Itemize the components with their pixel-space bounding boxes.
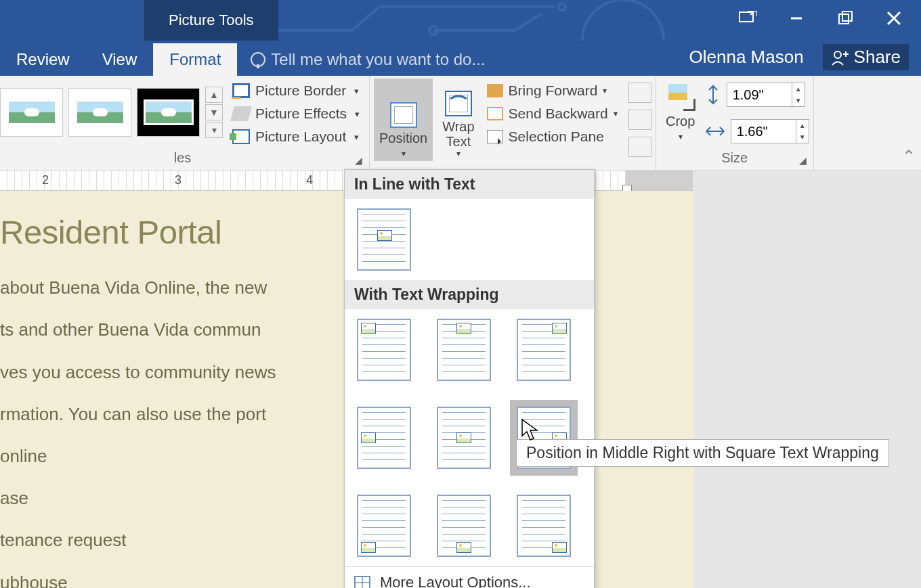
width-icon: [705, 123, 725, 139]
more-layout-label: More Layout Options...: [380, 574, 531, 588]
position-bottom-left[interactable]: [357, 495, 411, 557]
tell-me-search[interactable]: Tell me what you want to do...: [251, 50, 485, 76]
group-picture-styles: ▲ ▼ ▾ Picture Border ▾ Picture Effects ▾: [0, 76, 370, 170]
send-backward-label: Send Backward: [509, 106, 608, 122]
picture-styles-gallery[interactable]: ▲ ▼ ▾: [0, 78, 223, 146]
height-field[interactable]: ▲▼: [705, 83, 809, 107]
position-bottom-right[interactable]: [517, 495, 571, 557]
chevron-down-icon: ▾: [679, 132, 683, 141]
position-inline-item[interactable]: [357, 208, 411, 271]
tab-view[interactable]: View: [86, 43, 154, 76]
position-top-left[interactable]: [357, 319, 411, 381]
gallery-down-button[interactable]: ▼: [205, 104, 223, 120]
ribbon-display-options-icon[interactable]: [735, 11, 760, 30]
user-name[interactable]: Olenna Mason: [689, 47, 804, 68]
spin-up-button[interactable]: ▲: [796, 120, 809, 131]
lightbulb-icon: [251, 52, 265, 67]
ruler-number: 2: [42, 173, 49, 187]
bring-forward-icon: [487, 84, 503, 97]
group-label-styles: les◢: [0, 149, 365, 167]
picture-layout-icon: [232, 129, 250, 144]
spin-down-button[interactable]: ▼: [796, 131, 809, 143]
svg-point-8: [834, 51, 841, 58]
tell-me-placeholder: Tell me what you want to do...: [271, 50, 485, 69]
position-label: Position: [379, 131, 427, 146]
crop-icon: [666, 81, 695, 111]
svg-point-1: [559, 3, 565, 10]
wrap-text-label: Wrap Text: [442, 119, 474, 149]
ruler-number: 3: [175, 173, 181, 187]
chevron-down-icon: ▾: [355, 109, 360, 119]
tooltip: Position in Middle Right with Square Tex…: [516, 439, 889, 467]
picture-style-item[interactable]: [0, 88, 63, 137]
picture-layout-label: Picture Layout: [255, 129, 346, 145]
dropdown-header-wrap: With Text Wrapping: [345, 280, 594, 309]
selection-pane-icon: [487, 130, 503, 143]
minimize-button[interactable]: [784, 10, 809, 30]
crop-button[interactable]: Crop ▾: [660, 78, 701, 144]
spin-down-button[interactable]: ▼: [792, 95, 805, 106]
send-backward-icon: [487, 107, 503, 120]
picture-layout-button[interactable]: Picture Layout ▾: [227, 127, 365, 146]
share-label: Share: [854, 47, 901, 68]
more-layout-options[interactable]: More Layout Options...: [345, 566, 594, 588]
picture-effects-icon: [230, 106, 252, 121]
spin-up-button[interactable]: ▲: [792, 83, 805, 95]
chevron-down-icon: ▾: [456, 149, 460, 158]
group-button[interactable]: [628, 110, 651, 130]
svg-rect-5: [842, 12, 852, 21]
height-input[interactable]: [727, 87, 792, 103]
picture-style-item[interactable]: [137, 88, 200, 137]
tab-review[interactable]: Review: [0, 43, 86, 76]
picture-effects-label: Picture Effects: [255, 106, 347, 122]
position-top-center[interactable]: [437, 319, 491, 381]
dialog-launcher-icon[interactable]: ◢: [799, 155, 807, 166]
selection-pane-button[interactable]: Selection Pane: [484, 127, 624, 146]
group-label-arrange: [374, 164, 651, 167]
rotate-button[interactable]: [628, 137, 651, 157]
svg-point-0: [429, 26, 437, 35]
close-button[interactable]: [882, 9, 906, 31]
chevron-down-icon: ▾: [614, 109, 618, 118]
tab-format[interactable]: Format: [153, 43, 237, 76]
picture-effects-button[interactable]: Picture Effects ▾: [227, 104, 365, 123]
ribbon-tabs: Review View Format Tell me what you want…: [0, 41, 921, 76]
layout-icon: [354, 576, 370, 588]
width-input[interactable]: [731, 124, 796, 139]
position-icon: [390, 102, 417, 128]
send-backward-button[interactable]: Send Backward ▾: [484, 104, 624, 123]
picture-style-item[interactable]: [68, 88, 131, 137]
chevron-down-icon: ▾: [354, 132, 359, 142]
position-button[interactable]: Position ▾: [374, 78, 433, 161]
bring-forward-button[interactable]: Bring Forward ▾: [484, 81, 624, 100]
gallery-more-button[interactable]: ▾: [205, 122, 223, 138]
selection-pane-label: Selection Pane: [509, 129, 604, 145]
ruler-number: 4: [306, 173, 313, 187]
wrap-text-button[interactable]: Wrap Text ▾: [437, 78, 479, 161]
svg-rect-4: [839, 14, 849, 24]
crop-label: Crop: [666, 114, 695, 129]
share-button[interactable]: Share: [823, 44, 909, 70]
title-bar: Picture Tools: [0, 0, 921, 41]
collapse-ribbon-button[interactable]: ⌃: [902, 147, 916, 166]
picture-border-button[interactable]: Picture Border ▾: [227, 81, 365, 100]
group-size: Crop ▾ ▲▼ ▲▼ Size◢: [656, 76, 814, 170]
bring-forward-label: Bring Forward: [509, 83, 598, 99]
picture-border-label: Picture Border: [255, 83, 346, 99]
position-middle-left[interactable]: [357, 407, 411, 469]
chevron-down-icon: ▾: [402, 149, 406, 158]
group-label-size: Size◢: [660, 149, 809, 167]
width-field[interactable]: ▲▼: [705, 119, 809, 143]
dropdown-header-inline: In Line with Text: [345, 170, 594, 199]
position-top-right[interactable]: [517, 319, 571, 381]
align-button[interactable]: [628, 83, 651, 103]
position-middle-center[interactable]: [437, 407, 491, 469]
context-tab-picture-tools: Picture Tools: [144, 0, 278, 41]
position-bottom-center[interactable]: [437, 495, 491, 557]
dialog-launcher-icon[interactable]: ◢: [355, 155, 362, 166]
group-arrange: Position ▾ Wrap Text ▾ Bring Forward ▾ S…: [370, 76, 656, 170]
position-dropdown: In Line with Text With Text Wrapping Mor…: [344, 169, 595, 588]
chevron-down-icon: ▾: [354, 86, 359, 96]
gallery-up-button[interactable]: ▲: [205, 87, 223, 103]
maximize-button[interactable]: [833, 10, 857, 30]
